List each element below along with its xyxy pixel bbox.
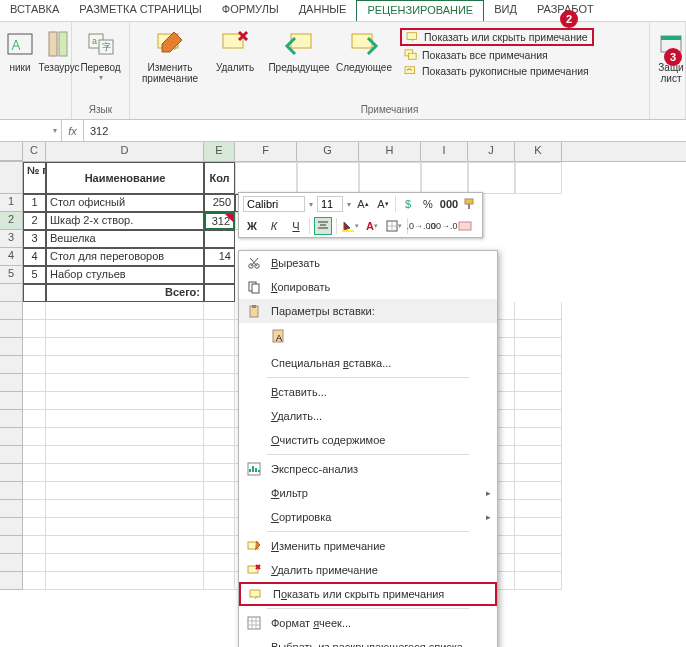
ctx-delete-comment[interactable]: Удалить примечание bbox=[239, 558, 497, 582]
font-color-icon[interactable]: A▾ bbox=[363, 217, 381, 235]
decrease-decimal-icon[interactable]: .00→.0 bbox=[434, 217, 452, 235]
paste-default-icon[interactable]: A bbox=[267, 325, 291, 347]
name-box[interactable]: ▾ bbox=[0, 120, 62, 141]
cell-name-header[interactable]: Наименование bbox=[46, 162, 204, 194]
ctx-filter[interactable]: Фильтр bbox=[239, 481, 497, 505]
col-header-I[interactable]: I bbox=[421, 142, 468, 161]
cell-d2[interactable]: Стол офисный bbox=[46, 194, 204, 212]
tab-formulas[interactable]: ФОРМУЛЫ bbox=[212, 0, 289, 21]
formula-bar: ▾ fx 312 bbox=[0, 120, 686, 142]
ctx-paste-special[interactable]: Специальная вставка... bbox=[239, 351, 497, 375]
shrink-font-icon[interactable]: A▾ bbox=[375, 195, 391, 213]
ctx-copy[interactable]: Копировать bbox=[239, 275, 497, 299]
copy-icon bbox=[245, 279, 263, 295]
column-headers: C D E F G H I J K bbox=[0, 142, 686, 162]
select-all-cell[interactable] bbox=[0, 142, 23, 161]
svg-rect-25 bbox=[252, 284, 259, 293]
col-header-C[interactable]: C bbox=[23, 142, 46, 161]
col-header-H[interactable]: H bbox=[359, 142, 421, 161]
grow-font-icon[interactable]: A▴ bbox=[355, 195, 371, 213]
accounting-format-icon[interactable]: $ bbox=[400, 195, 416, 213]
tab-review[interactable]: РЕЦЕНЗИРОВАНИЕ bbox=[356, 0, 484, 21]
svg-rect-14 bbox=[405, 67, 414, 74]
context-menu: Вырезать Копировать Параметры вставки: A… bbox=[238, 250, 498, 647]
svg-text:字: 字 bbox=[102, 42, 111, 52]
fill-color-icon[interactable]: ▾ bbox=[341, 217, 359, 235]
next-comment-button[interactable]: Следующее bbox=[334, 26, 394, 86]
previous-comment-button[interactable]: Предыдущее bbox=[266, 26, 332, 86]
svg-rect-16 bbox=[661, 36, 681, 40]
align-center-icon[interactable] bbox=[314, 217, 332, 235]
tab-pagelayout[interactable]: РАЗМЕТКА СТРАНИЦЫ bbox=[69, 0, 211, 21]
ctx-toggle-comment[interactable]: Показать или скрыть примечания bbox=[239, 582, 497, 606]
cell-e2[interactable]: 250 bbox=[204, 194, 235, 212]
quick-analysis-icon bbox=[245, 461, 263, 477]
col-header-F[interactable]: F bbox=[235, 142, 297, 161]
percent-format-icon[interactable]: % bbox=[420, 195, 436, 213]
svg-rect-13 bbox=[408, 53, 416, 59]
ctx-insert[interactable]: Вставить... bbox=[239, 380, 497, 404]
ctx-delete[interactable]: Удалить... bbox=[239, 404, 497, 428]
col-header-G[interactable]: G bbox=[297, 142, 359, 161]
cell-d6[interactable]: Набор стульев bbox=[46, 266, 204, 284]
svg-rect-0 bbox=[8, 34, 32, 54]
fx-button[interactable]: fx bbox=[62, 120, 84, 141]
row-header-5[interactable]: 4 bbox=[0, 248, 23, 266]
tab-view[interactable]: ВИД bbox=[484, 0, 527, 21]
bold-button[interactable]: Ж bbox=[243, 217, 261, 235]
ctx-edit-comment[interactable]: Изменить примечание bbox=[239, 534, 497, 558]
cell-d5[interactable]: Стол для переговоров bbox=[46, 248, 204, 266]
row-header-1[interactable] bbox=[0, 162, 23, 194]
tab-data[interactable]: ДАННЫЕ bbox=[289, 0, 357, 21]
svg-rect-18 bbox=[468, 204, 470, 209]
formula-input[interactable]: 312 bbox=[84, 125, 114, 137]
comma-format-icon[interactable]: 000 bbox=[440, 195, 458, 213]
col-header-J[interactable]: J bbox=[468, 142, 515, 161]
edit-comment-icon bbox=[245, 538, 263, 554]
italic-button[interactable]: К bbox=[265, 217, 283, 235]
fontsize-select[interactable] bbox=[317, 196, 343, 212]
cell-d4[interactable]: Вешелка bbox=[46, 230, 204, 248]
show-hide-comment-button[interactable]: Показать или скрыть примечание bbox=[400, 28, 594, 46]
row-header-3[interactable]: 2 bbox=[0, 212, 23, 230]
cell-d3[interactable]: Шкаф 2-х створ. bbox=[46, 212, 204, 230]
ctx-pick-from-list[interactable]: Выбрать из раскрывающегося списка... bbox=[239, 635, 497, 647]
col-header-K[interactable]: K bbox=[515, 142, 562, 161]
show-all-comments-button[interactable]: Показать все примечания bbox=[400, 48, 594, 62]
spellcheck-button[interactable]: ники bbox=[6, 26, 34, 75]
ribbon-tabs: ВСТАВКА РАЗМЕТКА СТРАНИЦЫ ФОРМУЛЫ ДАННЫЕ… bbox=[0, 0, 686, 22]
cell-total[interactable]: Всего: bbox=[46, 284, 204, 302]
svg-rect-19 bbox=[342, 230, 354, 232]
ctx-cut[interactable]: Вырезать bbox=[239, 251, 497, 275]
svg-rect-21 bbox=[459, 222, 471, 230]
col-header-D[interactable]: D bbox=[46, 142, 204, 161]
row-header-2[interactable]: 1 bbox=[0, 194, 23, 212]
underline-button[interactable]: Ч bbox=[287, 217, 305, 235]
edit-comment-button[interactable]: Изменить примечание bbox=[136, 26, 204, 86]
svg-rect-1 bbox=[49, 32, 57, 56]
ctx-quick-analysis[interactable]: Экспресс-анализ bbox=[239, 457, 497, 481]
tab-insert[interactable]: ВСТАВКА bbox=[0, 0, 69, 21]
borders-icon[interactable]: ▾ bbox=[385, 217, 403, 235]
svg-rect-33 bbox=[250, 590, 260, 597]
merge-icon[interactable] bbox=[456, 217, 474, 235]
show-ink-comments-button[interactable]: Показать рукописные примечания bbox=[400, 64, 594, 78]
translate-button[interactable]: a字 Перевод ▾ bbox=[78, 26, 123, 84]
font-select[interactable] bbox=[243, 196, 305, 212]
ctx-clear[interactable]: Очистить содержимое bbox=[239, 428, 497, 452]
cell-e3-selected[interactable]: 312 bbox=[204, 212, 235, 230]
svg-rect-27 bbox=[252, 305, 256, 308]
row-header-7[interactable] bbox=[0, 284, 23, 302]
row-header-6[interactable]: 5 bbox=[0, 266, 23, 284]
cell-num-header[interactable]: № п/п bbox=[23, 162, 46, 194]
ctx-sort[interactable]: Сортировка bbox=[239, 505, 497, 529]
ribbon: ники Тезаурус a字 Перевод ▾ Язык Изменить… bbox=[0, 22, 686, 120]
row-header-4[interactable]: 3 bbox=[0, 230, 23, 248]
delete-comment-button[interactable]: Удалить bbox=[206, 26, 264, 86]
increase-decimal-icon[interactable]: .0→.00 bbox=[412, 217, 430, 235]
ctx-format-cells[interactable]: Формат ячеек... bbox=[239, 611, 497, 635]
cell-qty-header[interactable]: Кол bbox=[204, 162, 235, 194]
col-header-E[interactable]: E bbox=[204, 142, 235, 161]
ctx-paste-options-header: Параметры вставки: bbox=[239, 299, 497, 323]
format-painter-icon[interactable] bbox=[462, 195, 478, 213]
